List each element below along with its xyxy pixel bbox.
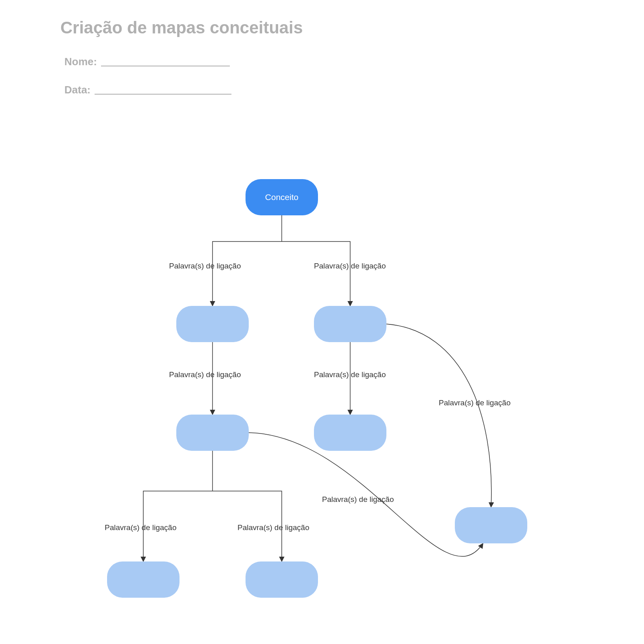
concept-node-7[interactable] (246, 561, 318, 598)
page-title: Criação de mapas conceituais (60, 18, 303, 37)
edge-label-4: Palavra(s) de ligação (314, 370, 386, 379)
edge-label-6: Palavra(s) de ligação (237, 523, 309, 532)
concept-node-root[interactable]: Conceito (246, 179, 318, 215)
edge-label-5: Palavra(s) de ligação (105, 523, 176, 532)
concept-node-6[interactable] (107, 561, 180, 598)
concept-node-3[interactable] (314, 306, 386, 342)
date-underline (95, 94, 231, 95)
concept-node-8[interactable] (455, 507, 527, 543)
name-underline (101, 66, 230, 66)
date-label: Data: (64, 84, 91, 96)
concept-node-5[interactable] (314, 415, 386, 451)
name-label: Nome: (64, 56, 97, 68)
edge-label-3: Palavra(s) de ligação (169, 370, 241, 379)
edge-label-7: Palavra(s) de ligação (439, 398, 510, 407)
edge-label-8: Palavra(s) de ligação (322, 495, 394, 504)
concept-node-4[interactable] (176, 415, 249, 451)
name-field-row: Nome: (64, 56, 230, 68)
edge-label-2: Palavra(s) de ligação (314, 262, 386, 270)
edge-label-1: Palavra(s) de ligação (169, 262, 241, 270)
date-field-row: Data: (64, 84, 231, 96)
concept-node-2[interactable] (176, 306, 249, 342)
